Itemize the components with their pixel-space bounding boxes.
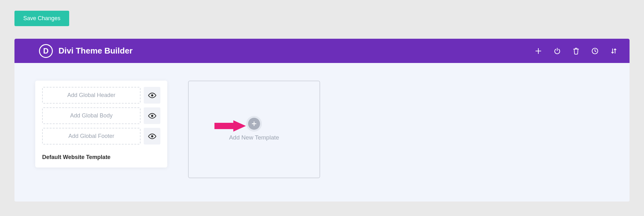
svg-marker-4 [214,120,246,132]
slot-label: Add Global Header [67,92,115,99]
slot-row-header: Add Global Header [42,87,160,104]
save-changes-button[interactable]: Save Changes [14,11,69,26]
slot-row-footer: Add Global Footer [42,128,160,145]
visibility-toggle-body[interactable] [144,107,160,124]
add-icon[interactable] [535,47,542,55]
default-template-label: Default Website Template [42,154,160,161]
slot-label: Add Global Body [70,112,113,119]
add-global-footer-slot[interactable]: Add Global Footer [42,128,141,145]
panel-header: D Divi Theme Builder [14,39,630,63]
svg-point-3 [151,135,153,137]
sort-icon[interactable] [610,47,618,55]
visibility-toggle-header[interactable] [144,87,160,104]
slot-row-body: Add Global Body [42,107,160,124]
page-wrap: Save Changes D Divi Theme Builder [0,0,644,202]
divi-logo-icon: D [39,44,53,58]
add-new-template-label: Add New Template [229,134,279,141]
theme-builder-panel: D Divi Theme Builder [14,39,630,202]
plus-circle-icon [248,118,260,130]
logo-letter: D [43,47,48,55]
svg-point-1 [151,94,153,96]
arrow-annotation-icon [214,120,246,132]
power-icon[interactable] [553,47,561,55]
default-template-card: Add Global Header Add Global Body [35,81,167,168]
panel-title: Divi Theme Builder [58,46,133,56]
clock-icon[interactable] [591,47,599,55]
svg-point-2 [151,115,153,117]
trash-icon[interactable] [572,47,580,55]
add-global-body-slot[interactable]: Add Global Body [42,107,141,124]
visibility-toggle-footer[interactable] [144,128,160,145]
header-actions [535,47,618,55]
panel-body: Add Global Header Add Global Body [14,63,630,202]
add-global-header-slot[interactable]: Add Global Header [42,87,141,104]
slot-label: Add Global Footer [68,133,114,139]
add-new-template-card[interactable]: Add New Template [188,81,320,178]
